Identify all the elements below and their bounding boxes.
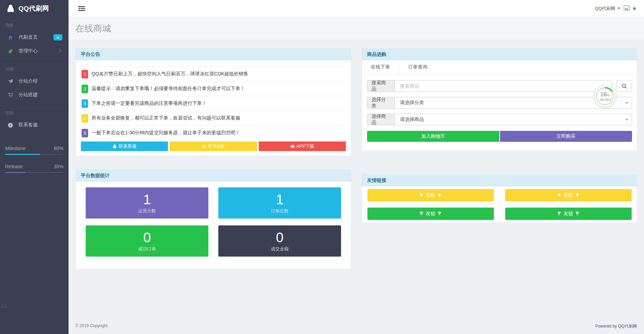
panel-title: 友情链接 <box>362 175 637 186</box>
cart-icon <box>7 91 14 98</box>
app-download-button[interactable]: APP下载 <box>259 141 346 151</box>
qq-penguin-icon <box>6 4 15 13</box>
tab-online-order[interactable]: 在线下单 <box>362 60 399 74</box>
shop-tabs: 在线下单 订单查询 <box>362 60 637 74</box>
trophy-icon <box>557 193 561 198</box>
search-icon <box>621 83 627 89</box>
sidebar-item-label: 代刷首页 <box>19 34 38 40</box>
sidebar-toggle-icon[interactable] <box>78 5 86 12</box>
progress-fill <box>5 172 26 173</box>
footer: © 2019 Copyright. Powered by QQ代刷网 <box>75 323 637 329</box>
stats-panel: 平台数据统计 1 运营天数 1 订单总数 0 成功订单 <box>75 170 351 269</box>
progress-track <box>5 154 63 155</box>
brand-logo[interactable]: QQ代刷网 <box>0 0 69 17</box>
stat-label: 成交金额 <box>271 246 289 252</box>
powered-by-text: Powered by QQ代刷网 <box>595 323 637 329</box>
sidebar-item-substation-intro[interactable]: 分站介绍 <box>0 74 69 88</box>
stat-card-amount: 0 成交金额 <box>218 225 341 257</box>
heart-badge: ♥ <box>53 34 62 40</box>
search-row: 搜索商品 <box>367 80 632 92</box>
friend-links-grid: 导航 导航 <box>362 186 637 223</box>
link-cell: 导航 <box>500 186 637 205</box>
sidebar-item-contact-support[interactable]: 联系客服 <box>0 118 69 132</box>
stat-value: 0 <box>143 230 151 245</box>
stat-label: 成功订单 <box>138 246 156 252</box>
product-select-value: 请选择商品 <box>395 114 632 125</box>
caret-down-icon: ▼ <box>625 101 628 104</box>
topbar-right: QQ代刷网 <box>595 5 636 12</box>
announcement-item: 1 QQ名片赞日刷上万，超快空间人气日刷百万，球球冰红茶CDK超低价销售 <box>81 66 346 81</box>
link-cell: 友链 <box>500 205 637 223</box>
official-qq-group-button[interactable]: 官方Q群 <box>170 141 257 151</box>
leaf-icon <box>7 48 14 54</box>
progress-fill <box>5 154 40 155</box>
nav-link-button[interactable]: 导航 <box>505 189 632 201</box>
trophy-icon <box>557 211 561 216</box>
announcement-number-badge: 2 <box>82 85 88 93</box>
panel-title: 平台公告 <box>76 49 351 60</box>
stat-label: 订单总数 <box>271 208 289 214</box>
friend-link-button[interactable]: 友链 <box>505 208 632 220</box>
stat-card-days: 1 运营天数 <box>86 187 208 219</box>
category-row: 选择分类 请选择分类 ▼ <box>367 97 632 109</box>
announcement-number-badge: 4 <box>82 114 88 123</box>
progress-label: Milestone <box>5 146 26 151</box>
sidebar-item-label: 管理中心 <box>19 48 38 54</box>
tab-order-query[interactable]: 订单查询 <box>399 60 436 74</box>
trophy-icon <box>419 193 424 198</box>
search-input[interactable] <box>395 81 612 91</box>
search-field-label: 搜索商品 <box>367 81 395 91</box>
download-speed-widget[interactable]: 16% ↓85.3K/s <box>594 86 616 107</box>
sidebar-section-label: 帮助 <box>0 108 69 118</box>
copyright-text: © 2019 Copyright. <box>75 323 109 329</box>
cloud-download-icon <box>290 144 295 149</box>
nav-link-button[interactable]: 导航 <box>367 189 494 201</box>
sidebar-section-help: 帮助 联系客服 <box>0 104 69 132</box>
link-cell: 友链 <box>362 205 500 223</box>
users-icon <box>202 144 206 149</box>
percent-unit: % <box>607 94 609 97</box>
friend-link-button[interactable]: 友链 <box>367 208 494 220</box>
user-dropdown[interactable]: QQ代刷网 <box>595 5 620 12</box>
announcement-text: 一般下单后会在1-30分钟内提交到服务器，就让单子来的更猛烈些吧！ <box>92 130 240 136</box>
page-header: 在线商城 <box>69 17 644 40</box>
progress-value: 60% <box>54 146 63 151</box>
sidebar-item-admin-center[interactable]: 管理中心 <box>0 44 69 58</box>
announcement-item: 2 温馨提示：请勿重复下单哦！必须要等待前面任务订单完成才可以下单！ <box>81 81 346 96</box>
announcements-panel: 平台公告 1 QQ名片赞日刷上万，超快空间人气日刷百万，球球冰红茶CDK超低价销… <box>75 48 351 156</box>
stat-label: 运营天数 <box>138 208 156 214</box>
announcement-text: 温馨提示：请勿重复下单哦！必须要等待前面任务订单完成才可以下单！ <box>92 86 245 92</box>
panel-title: 平台数据统计 <box>76 170 351 182</box>
brand-name: QQ代刷网 <box>19 4 49 13</box>
sidebar-item-substation-build[interactable]: 分站搭建 <box>0 88 69 102</box>
contact-support-button[interactable]: 联系客服 <box>81 141 168 151</box>
user-name: QQ代刷网 <box>595 5 615 12</box>
progress-value: 35% <box>54 164 63 169</box>
sidebar-section-functions: 功能 分站介绍 分站搭建 <box>0 61 69 102</box>
announcement-item: 3 下单之前请一定要看完该商品的注意事项再进行下单！ <box>81 96 346 111</box>
sidebar-item-home[interactable]: 代刷首页 ♥ <box>0 30 69 44</box>
announcement-item: 4 所有业务全部恢复，都可以正常下单，欢迎尝试，有问题可以联系客服 <box>81 111 346 125</box>
online-status-dot <box>633 7 636 10</box>
category-select[interactable]: 选择分类 请选择分类 ▼ <box>367 97 632 109</box>
announcements-body: 1 QQ名片赞日刷上万，超快空间人气日刷百万，球球冰红茶CDK超低价销售 2 温… <box>76 60 351 156</box>
announcement-number-badge: 5 <box>82 129 88 137</box>
stats-body: 1 运营天数 1 订单总数 0 成功订单 0 成 <box>76 182 351 269</box>
announcement-item: 5 一般下单后会在1-30分钟内提交到服务器，就让单子来的更猛烈些吧！ <box>81 125 346 140</box>
add-to-cart-button[interactable]: 加入购物车 <box>367 131 499 142</box>
trophy-icon <box>575 193 580 198</box>
buy-now-button[interactable]: 立即购买 <box>500 131 632 142</box>
topbar: QQ代刷网 <box>69 0 644 17</box>
announcement-text: QQ名片赞日刷上万，超快空间人气日刷百万，球球冰红茶CDK超低价销售 <box>92 71 248 77</box>
sidebar-section-nav: 导航 代刷首页 ♥ 管理中心 <box>0 17 69 58</box>
speed-percent: 16 <box>600 91 607 98</box>
sidebar-item-label: 分站搭建 <box>19 92 38 98</box>
product-select[interactable]: 选择商品 请选择商品 ▼ <box>367 114 632 125</box>
announcement-text: 下单之前请一定要看完该商品的注意事项再进行下单！ <box>92 100 207 107</box>
stat-value: 1 <box>143 192 151 207</box>
paper-plane-icon <box>7 78 14 85</box>
announcement-text: 所有业务全部恢复，都可以正常下单，欢迎尝试，有问题可以联系客服 <box>92 115 240 121</box>
search-button[interactable] <box>616 80 632 92</box>
page-title: 在线商城 <box>75 23 111 35</box>
stat-card-orders-success: 0 成功订单 <box>86 225 208 257</box>
